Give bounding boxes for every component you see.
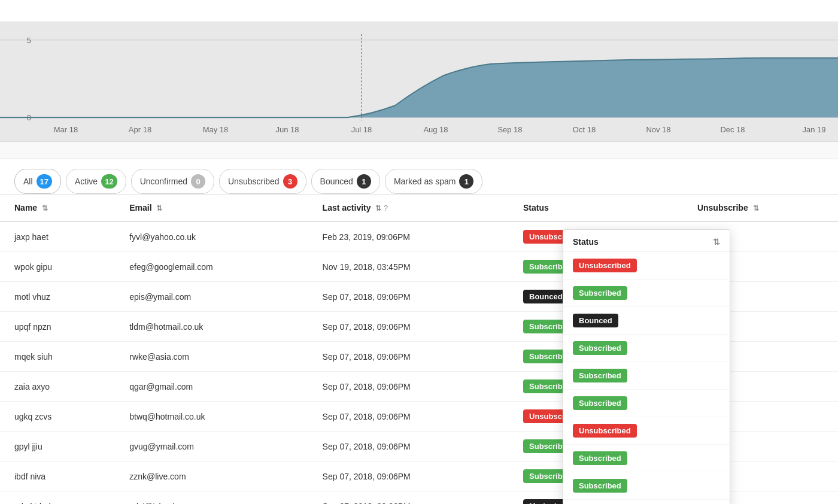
cell-last-activity: Nov 19, 2018, 03:45PM	[308, 252, 509, 282]
popup-row: Subscribed	[563, 335, 730, 362]
cell-last-activity: Sep 07, 2018, 09:06PM	[308, 462, 509, 491]
modal-container: 5 0 Mar 18 Apr 18 May 18 Jun 18 Jul 18 A…	[0, 0, 838, 504]
cell-name: motl vhuz	[0, 282, 115, 312]
svg-text:0: 0	[27, 113, 31, 122]
cell-last-activity: Sep 07, 2018, 09:06PM	[308, 312, 509, 342]
cell-name: wpok gipu	[0, 252, 115, 282]
cell-email: gvug@ymail.com	[115, 432, 308, 462]
svg-text:May 18: May 18	[203, 125, 229, 134]
cell-last-activity: Sep 07, 2018, 09:06PM	[308, 372, 509, 402]
popup-row: Subscribed	[563, 445, 730, 472]
cell-email: sdzi@icloud.com	[115, 491, 308, 505]
chart-svg: 5 0 Mar 18 Apr 18 May 18 Jun 18 Jul 18 A…	[0, 22, 838, 141]
popup-status-badge: Unsubscribed	[573, 259, 637, 272]
tab-all-badge: 17	[37, 174, 52, 189]
svg-text:Dec 18: Dec 18	[720, 125, 745, 134]
cell-name: ibdf niva	[0, 462, 115, 491]
svg-text:Sep 18: Sep 18	[497, 125, 522, 134]
tab-all-label: All	[23, 177, 33, 186]
cell-email: qgar@gmail.com	[115, 372, 308, 402]
popup-row: Unsubscribed	[563, 252, 730, 280]
popup-status-badge: Bounced	[573, 314, 618, 327]
tab-spam-label: Marked as spam	[394, 177, 456, 186]
svg-text:Oct 18: Oct 18	[573, 125, 596, 134]
popup-status-badge: Unsubscribed	[573, 424, 637, 438]
cell-email: efeg@googlemail.com	[115, 252, 308, 282]
svg-text:Aug 18: Aug 18	[423, 125, 448, 134]
cell-email: btwq@hotmail.co.uk	[115, 402, 308, 432]
cell-email: rwke@asia.com	[115, 342, 308, 372]
cell-name: ugkq zcvs	[0, 402, 115, 432]
activity-sort-icon[interactable]: ⇅	[375, 204, 381, 212]
cell-last-activity: Sep 07, 2018, 09:06PM	[308, 342, 509, 372]
col-last-activity: Last activity ⇅ ?	[308, 195, 509, 221]
cell-email: epis@ymail.com	[115, 282, 308, 312]
name-sort-icon[interactable]: ⇅	[42, 204, 48, 212]
tab-bounced[interactable]: Bounced 1	[311, 169, 380, 194]
popup-status-badge: Subscribed	[573, 341, 627, 355]
unsubscribe-sort-icon[interactable]: ⇅	[753, 204, 759, 212]
popup-row: Unsubscribed	[563, 417, 730, 445]
tab-bounced-label: Bounced	[320, 177, 353, 186]
cell-name: mqek siuh	[0, 342, 115, 372]
popup-row: Subscribed	[563, 280, 730, 307]
cell-last-activity: Sep 07, 2018, 09:06PM	[308, 402, 509, 432]
status-badge: Bounced	[523, 290, 569, 303]
popup-status-badge: Subscribed	[573, 479, 627, 493]
tab-active[interactable]: Active 12	[66, 169, 126, 194]
email-sort-icon[interactable]: ⇅	[156, 204, 162, 212]
popup-status-badge: Subscribed	[573, 396, 627, 410]
cell-name: mlvd tdpd	[0, 491, 115, 505]
table-header-row: Name ⇅ Email ⇅ Last activity ⇅ ? Status …	[0, 195, 838, 221]
info-bar	[0, 142, 838, 159]
tabs-row: All 17 Active 12 Unconfirmed 0 Unsubscri…	[0, 159, 838, 195]
svg-text:Jun 18: Jun 18	[275, 125, 299, 134]
col-email: Email ⇅	[115, 195, 308, 221]
cell-last-activity: Sep 07, 2018, 09:06PM	[308, 282, 509, 312]
svg-text:Jul 18: Jul 18	[351, 125, 372, 134]
cell-last-activity: Feb 23, 2019, 09:06PM	[308, 221, 509, 252]
cell-name: gpyl jjiu	[0, 432, 115, 462]
cell-last-activity: Sep 07, 2018, 09:06PM	[308, 432, 509, 462]
tab-unconfirmed-badge: 0	[191, 174, 205, 189]
svg-text:Jan 19: Jan 19	[802, 125, 825, 134]
tab-unconfirmed[interactable]: Unconfirmed 0	[131, 169, 214, 194]
popup-row: Subscribed	[563, 472, 730, 500]
tab-active-badge: 12	[101, 174, 117, 189]
tab-bounced-badge: 1	[357, 174, 371, 189]
tab-unsubscribed-label: Unsubscribed	[228, 177, 280, 186]
popup-rows: UnsubscribedSubscribedBouncedSubscribedS…	[563, 252, 730, 504]
tab-unconfirmed-label: Unconfirmed	[140, 177, 187, 186]
tab-unsubscribed[interactable]: Unsubscribed 3	[219, 169, 306, 194]
tab-unsubscribed-badge: 3	[283, 174, 297, 189]
popup-status-badge: Subscribed	[573, 286, 627, 300]
svg-text:Nov 18: Nov 18	[646, 125, 670, 134]
svg-text:Apr 18: Apr 18	[129, 125, 151, 134]
popup-header: Status ⇅	[563, 230, 730, 252]
cell-last-activity: Sep 07, 2018, 09:06PM	[308, 491, 509, 505]
col-name: Name ⇅	[0, 195, 115, 221]
popup-row: Subscribed	[563, 362, 730, 390]
status-popup: Status ⇅ UnsubscribedSubscribedBouncedSu…	[563, 229, 730, 504]
tab-all[interactable]: All 17	[14, 169, 61, 194]
popup-status-label: Status	[573, 237, 599, 247]
svg-text:5: 5	[27, 36, 31, 45]
popup-row: Bounced	[563, 307, 730, 335]
cell-email: zznk@live.com	[115, 462, 308, 491]
activity-help-icon[interactable]: ?	[384, 204, 388, 212]
cell-email: tldm@hotmail.co.uk	[115, 312, 308, 342]
chart-area: 5 0 Mar 18 Apr 18 May 18 Jun 18 Jul 18 A…	[0, 22, 838, 142]
popup-sort-icon[interactable]: ⇅	[713, 237, 720, 247]
cell-name: jaxp haet	[0, 221, 115, 252]
modal-header	[0, 0, 838, 22]
col-status: Status	[509, 195, 683, 221]
svg-text:Mar 18: Mar 18	[54, 125, 78, 134]
col-unsubscribe: Unsubscribe ⇅	[683, 195, 838, 221]
tab-spam-badge: 1	[459, 174, 473, 189]
tab-active-label: Active	[75, 177, 98, 186]
popup-status-badge: Subscribed	[573, 451, 627, 465]
cell-name: zaia axyo	[0, 372, 115, 402]
popup-row: Marked as spam	[563, 500, 730, 504]
tab-spam[interactable]: Marked as spam 1	[385, 169, 482, 194]
cell-name: upqf npzn	[0, 312, 115, 342]
